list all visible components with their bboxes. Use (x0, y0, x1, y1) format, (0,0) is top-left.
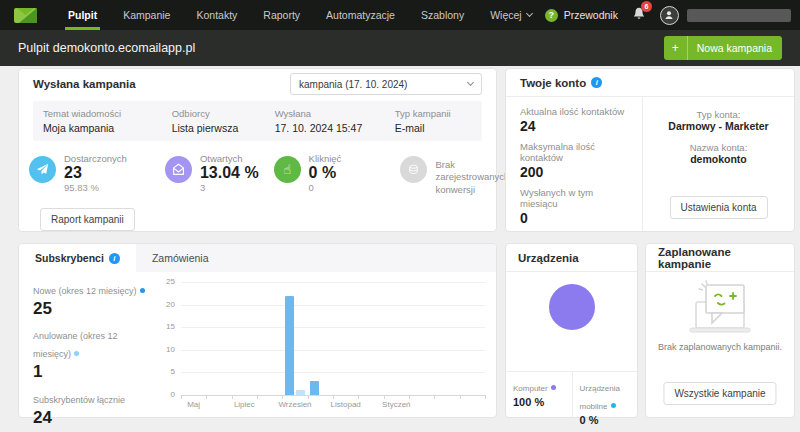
y-tick-label: 15 (159, 322, 175, 331)
subscribers-bar-chart: 0510152025MajLipiecWrzesieńListopadStycz… (159, 276, 489, 411)
tab-subskrybenci[interactable]: Subskrybenci i (19, 244, 136, 272)
y-tick-label: 25 (159, 277, 175, 286)
account-header: Twoje konto i (506, 69, 794, 97)
axis-tick (485, 395, 486, 399)
devices-card: Urządzenia Komputer 100 % Urządzenia mob… (505, 243, 638, 418)
sent-campaign-card: Wysłana kampania kampania (17. 10. 2024)… (18, 68, 497, 232)
account-card: Twoje konto i Aktualna ilość kontaktów 2… (505, 68, 795, 232)
detail-type: Typ kampanii E-mail (395, 108, 472, 134)
subscribers-card: Subskrybenci i Zamówienia Nowe (okres 12… (18, 243, 497, 418)
ecomail-logo-icon[interactable] (14, 8, 37, 23)
topbar-right: ? Przewodnik 6 (545, 6, 800, 25)
notifications-button[interactable]: 6 (632, 6, 646, 25)
nav-item-raporty[interactable]: Raporty (250, 0, 313, 30)
account-settings-button[interactable]: Ustawienia konta (669, 196, 767, 219)
page-title: Pulpit demokonto.ecomailapp.pl (18, 41, 195, 55)
top-nav-bar: Pulpit Kampanie Kontakty Raporty Automat… (0, 0, 800, 30)
y-tick-label: 20 (159, 300, 175, 309)
person-icon (663, 9, 675, 21)
scheduled-header: Zaplanowane kampanie (646, 244, 794, 272)
bar (285, 296, 294, 395)
nav-item-kampanie[interactable]: Kampanie (110, 0, 183, 30)
axis-tick (434, 395, 435, 399)
nav-item-pulpit[interactable]: Pulpit (55, 0, 110, 30)
gridline (181, 305, 485, 306)
stat-opened: Otwartych 13.04 % 3 (165, 153, 274, 196)
campaign-selector[interactable]: kampania (17. 10. 2024) (290, 73, 482, 95)
y-tick-label: 5 (159, 367, 175, 376)
chevron-down-icon (526, 10, 533, 17)
legend-mobile: Urządzenia mobilne 0 % (572, 372, 638, 417)
legend-computer: Komputer 100 % (506, 372, 572, 417)
main-nav: Pulpit Kampanie Kontakty Raporty Automat… (55, 0, 545, 30)
avatar (660, 6, 679, 25)
dashboard-screen: Pulpit Kampanie Kontakty Raporty Automat… (0, 0, 800, 432)
all-campaigns-button[interactable]: Wszystkie kampanie (663, 382, 776, 405)
axis-tick (308, 395, 309, 399)
devices-title: Urządzenia (518, 252, 579, 264)
legend-dot (74, 351, 79, 356)
devices-legend: Komputer 100 % Urządzenia mobilne 0 % (506, 371, 637, 417)
nav-item-kontakty[interactable]: Kontakty (183, 0, 250, 30)
campaign-report-button[interactable]: Raport kampanii (40, 208, 135, 231)
stat-total: Subskrybentów łącznie 24 (33, 389, 155, 428)
stat-delivered: Dostarczonych 23 95.83 % (29, 153, 165, 196)
axis-tick (333, 395, 334, 399)
axis-tick (232, 395, 233, 399)
x-tick-label: Listopad (320, 400, 371, 409)
chevron-down-icon (467, 79, 474, 86)
bar (296, 390, 305, 395)
nav-item-wiecej[interactable]: Więcej (477, 0, 545, 30)
coins-icon (400, 156, 427, 183)
axis-tick (257, 395, 258, 399)
user-name-redacted (687, 9, 791, 22)
scheduled-title: Zaplanowane kampanie (658, 246, 782, 270)
gridline (181, 282, 485, 283)
info-icon[interactable]: i (591, 77, 602, 88)
question-mark-icon: ? (545, 9, 558, 22)
stat-conversions: Brak zarejestrowanych konwersji (400, 153, 482, 196)
gridline (181, 372, 485, 373)
gridline (181, 350, 485, 351)
bar (310, 381, 319, 395)
gridline (181, 327, 485, 328)
scheduled-campaigns-card: Zaplanowane kampanie Brak zaplanowanych … (645, 243, 795, 418)
nav-item-automatyzacje[interactable]: Automatyzacje (313, 0, 408, 30)
campaign-details-row: Temat wiadomości Moja kampania Odbiorcy … (33, 101, 482, 141)
notification-badge: 6 (641, 1, 652, 12)
x-tick-label: Styczeń (371, 400, 422, 409)
new-campaign-button[interactable]: + Nowa kampania (664, 36, 782, 60)
axis-tick (206, 395, 207, 399)
account-title: Twoje konto (520, 77, 586, 89)
envelope-open-icon (165, 156, 192, 183)
sent-campaign-header: Wysłana kampania kampania (17. 10. 2024) (19, 69, 496, 99)
user-menu[interactable] (660, 6, 800, 25)
plus-icon: + (664, 36, 688, 60)
campaign-stats-row: Dostarczonych 23 95.83 % Otwartych 13.04… (19, 141, 496, 196)
y-tick-label: 0 (159, 390, 175, 399)
axis-tick (181, 395, 182, 399)
guide-link[interactable]: ? Przewodnik (545, 9, 618, 22)
axis-tick (384, 395, 385, 399)
detail-sent-date: Wysłana 17. 10. 2024 15:47 (275, 108, 395, 134)
devices-donut-chart (549, 284, 595, 330)
account-body: Aktualna ilość kontaktów 24 Maksymalna i… (506, 97, 794, 231)
stat-clicks: ☝ Kliknięć 0 % 0 (274, 153, 401, 196)
detail-subject: Temat wiadomości Moja kampania (43, 108, 172, 134)
devices-header: Urządzenia (506, 244, 637, 272)
sent-campaign-title: Wysłana kampania (33, 78, 136, 90)
page-header: Pulpit demokonto.ecomailapp.pl + Nowa ka… (0, 30, 800, 66)
x-tick-label: Wrzesień (270, 400, 321, 409)
click-hand-icon: ☝ (274, 156, 301, 183)
guide-label: Przewodnik (564, 9, 618, 21)
legend-dot (140, 288, 145, 293)
subscriber-stats: Nowe (okres 12 miesięcy) 25 Anulowane (o… (33, 280, 155, 432)
detail-recipients: Odbiorcy Lista pierwsza (172, 108, 275, 134)
nav-item-szablony[interactable]: Szablony (408, 0, 477, 30)
info-icon[interactable]: i (109, 253, 120, 264)
tab-zamowienia[interactable]: Zamówienia (136, 244, 225, 272)
account-name-value: demokonto (643, 153, 794, 165)
subscribers-tabs: Subskrybenci i Zamówienia (19, 244, 496, 272)
paper-plane-icon (29, 156, 56, 183)
axis-tick (282, 395, 283, 399)
